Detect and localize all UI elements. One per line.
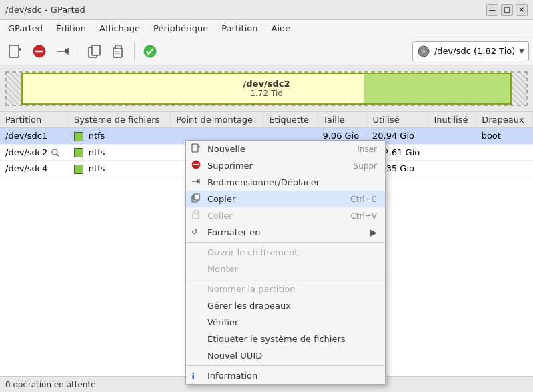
cell-partition: /dev/sdc2 <box>0 144 69 161</box>
menu-partition[interactable]: Partition <box>216 22 263 35</box>
maximize-button[interactable]: □ <box>501 4 513 16</box>
fs-color-indicator <box>74 148 83 157</box>
ctx-separator-2 <box>186 279 385 279</box>
cell-partition: /dev/sdc1 <box>0 128 69 145</box>
paste-button[interactable] <box>107 40 130 63</box>
svg-marker-6 <box>65 49 69 54</box>
menu-edition[interactable]: Édition <box>51 22 91 35</box>
svg-rect-10 <box>113 48 122 57</box>
information-icon: ℹ <box>191 371 195 381</box>
ctx-gerer-drapeaux[interactable]: Gérer les drapeaux <box>186 297 385 314</box>
col-used: Utilisé <box>367 112 428 128</box>
svg-point-18 <box>52 149 57 155</box>
col-mount: Point de montage <box>171 112 263 128</box>
device-selector[interactable]: /dev/sdc (1.82 Tio) ▼ <box>412 41 529 61</box>
viz-container: /dev/sdc2 1.72 Tio <box>5 71 528 106</box>
ctx-ouvrir-chiffrement[interactable]: Ouvrir le chiffrement <box>186 244 385 261</box>
cell-fs: ntfs <box>69 161 171 177</box>
ctx-redimensionner[interactable]: Redimensionner/Déplacer <box>186 174 385 191</box>
new-button[interactable] <box>4 40 27 63</box>
partition-viz: /dev/sdc2 1.72 Tio <box>0 65 533 112</box>
apply-button[interactable] <box>139 40 161 63</box>
cell-flags: boot <box>476 128 533 145</box>
ctx-nouvelle[interactable]: Nouvelle Inser <box>186 141 385 157</box>
nouvelle-icon <box>191 143 201 155</box>
cell-flags <box>476 144 533 161</box>
svg-line-19 <box>57 154 59 156</box>
ctx-formater[interactable]: ↺ Formater en ▶ <box>186 224 385 241</box>
svg-rect-11 <box>115 45 121 49</box>
ctx-verifier[interactable]: Vérifier <box>186 314 385 331</box>
ctx-information[interactable]: ℹ Information <box>186 367 385 384</box>
viz-used-bar <box>364 74 510 103</box>
resize-button[interactable] <box>52 40 75 63</box>
minimize-button[interactable]: — <box>486 4 498 16</box>
device-label: /dev/sdc (1.82 Tio) <box>434 46 515 56</box>
viz-sdc2-size: 1.72 Tio <box>250 89 282 98</box>
viz-sdc2[interactable]: /dev/sdc2 1.72 Tio <box>21 73 512 105</box>
fs-color-indicator <box>74 132 83 141</box>
ctx-nouvel-uuid[interactable]: Nouvel UUID <box>186 347 385 364</box>
svg-rect-0 <box>9 45 19 57</box>
status-text: 0 opération en attente <box>5 380 96 389</box>
separator-2 <box>134 42 135 61</box>
ctx-etiqueter-fs[interactable]: Étiqueter le système de fichiers <box>186 331 385 347</box>
col-unused: Inutilisé <box>428 112 476 128</box>
cell-flags <box>476 161 533 177</box>
svg-point-14 <box>144 45 156 57</box>
toolbar: /dev/sdc (1.82 Tio) ▼ <box>0 37 533 65</box>
menu-gparted[interactable]: GParted <box>3 22 48 35</box>
menu-bar: GParted Édition Affichage Périphérique P… <box>0 20 533 37</box>
copy-button[interactable] <box>83 40 106 63</box>
svg-rect-29 <box>194 194 199 200</box>
close-button[interactable]: ✕ <box>516 4 528 16</box>
delete-button[interactable] <box>28 40 51 63</box>
col-size: Taille <box>317 112 367 128</box>
menu-affichage[interactable]: Affichage <box>94 22 145 35</box>
svg-point-17 <box>423 51 424 52</box>
cell-unused <box>428 144 476 161</box>
copier-icon <box>191 193 201 205</box>
window-title: /dev/sdc - GParted <box>5 5 85 15</box>
viz-sdc1 <box>7 73 21 105</box>
viz-sdc2-label: /dev/sdc2 <box>243 79 290 89</box>
disk-icon <box>417 45 430 58</box>
menu-peripherique[interactable]: Périphérique <box>148 22 213 35</box>
title-bar: /dev/sdc - GParted — □ ✕ <box>0 0 533 20</box>
ctx-separator-3 <box>186 365 385 366</box>
formater-icon: ↺ <box>191 228 197 237</box>
svg-rect-31 <box>194 211 199 213</box>
menu-aide[interactable]: Aide <box>266 22 296 35</box>
cell-partition: /dev/sdc4 <box>0 161 69 177</box>
col-filesystem: Système de fichiers <box>69 112 171 128</box>
svg-rect-9 <box>92 45 100 55</box>
cell-unused <box>428 161 476 177</box>
context-menu: Nouvelle Inser Supprimer Suppr Redimensi… <box>185 140 386 385</box>
separator-1 <box>79 42 79 61</box>
ctx-separator-1 <box>186 242 385 243</box>
coller-icon <box>191 210 201 221</box>
ctx-copier[interactable]: Copier Ctrl+C <box>186 191 385 207</box>
viz-right-stripe <box>512 73 526 105</box>
ctx-monter[interactable]: Monter <box>186 261 385 277</box>
formater-arrow-icon: ▶ <box>370 227 377 237</box>
col-partition: Partition <box>0 112 69 128</box>
ctx-nommer-partition[interactable]: Nommer la partition <box>186 281 385 297</box>
cell-fs: ntfs <box>69 144 171 161</box>
device-arrow-icon: ▼ <box>519 47 524 55</box>
cell-fs: ntfs <box>69 128 171 145</box>
ctx-coller[interactable]: Coller Ctrl+V <box>186 207 385 224</box>
fs-color-indicator <box>74 165 83 174</box>
window-controls: — □ ✕ <box>486 4 528 16</box>
search-icon <box>51 149 59 157</box>
svg-rect-20 <box>192 144 198 152</box>
col-flags: Drapeaux <box>476 112 533 128</box>
cell-unused <box>428 128 476 145</box>
supprimer-icon <box>191 160 201 171</box>
table-header-row: Partition Système de fichiers Point de m… <box>0 112 533 128</box>
ctx-supprimer[interactable]: Supprimer Suppr <box>186 157 385 174</box>
redimensionner-icon <box>191 177 201 188</box>
col-label: Étiquette <box>263 112 318 128</box>
